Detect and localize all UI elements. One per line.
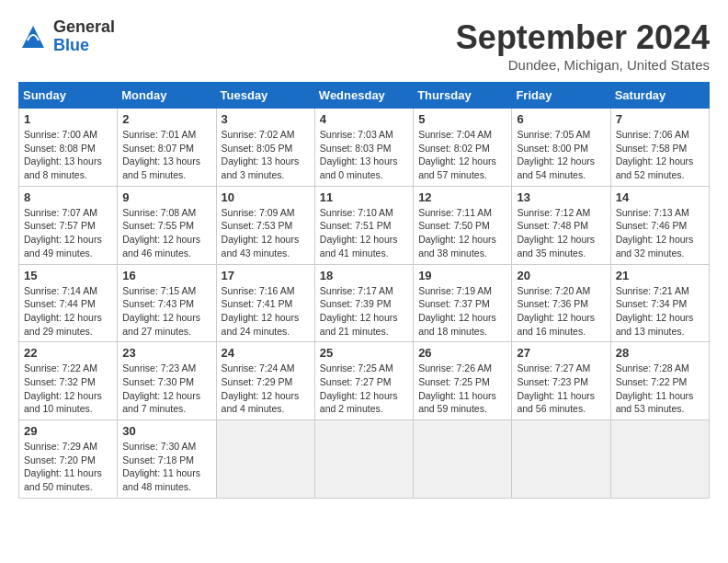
daylight-label: Daylight: 12 hours and 52 minutes. xyxy=(616,155,694,180)
day-number: 1 xyxy=(24,112,112,126)
calendar-day-cell: 18 Sunrise: 7:17 AM Sunset: 7:39 PM Dayl… xyxy=(314,264,413,342)
sunset-label: Sunset: 7:37 PM xyxy=(418,298,490,309)
sunrise-label: Sunrise: 7:07 AM xyxy=(24,207,97,218)
sunrise-label: Sunrise: 7:26 AM xyxy=(418,362,492,373)
calendar-day-cell: 1 Sunrise: 7:00 AM Sunset: 8:08 PM Dayli… xyxy=(19,109,118,187)
sunrise-label: Sunrise: 7:24 AM xyxy=(222,362,295,373)
calendar-header-saturday: Saturday xyxy=(610,83,709,109)
sunset-label: Sunset: 8:03 PM xyxy=(320,143,392,154)
calendar-day-cell: 22 Sunrise: 7:22 AM Sunset: 7:32 PM Dayl… xyxy=(19,342,118,420)
day-info: Sunrise: 7:11 AM Sunset: 7:50 PM Dayligh… xyxy=(418,206,506,260)
calendar-day-cell: 25 Sunrise: 7:25 AM Sunset: 7:27 PM Dayl… xyxy=(314,342,413,420)
sunrise-label: Sunrise: 7:01 AM xyxy=(122,129,196,140)
calendar-header-friday: Friday xyxy=(512,83,610,109)
sunrise-label: Sunrise: 7:15 AM xyxy=(122,285,196,296)
sunset-label: Sunset: 7:43 PM xyxy=(122,298,194,309)
day-info: Sunrise: 7:23 AM Sunset: 7:30 PM Dayligh… xyxy=(122,362,210,416)
title-block: September 2024 Dundee, Michigan, United … xyxy=(456,18,710,73)
daylight-label: Daylight: 12 hours and 49 minutes. xyxy=(24,234,102,259)
daylight-label: Daylight: 12 hours and 4 minutes. xyxy=(222,390,300,415)
daylight-label: Daylight: 12 hours and 35 minutes. xyxy=(517,234,595,259)
day-info: Sunrise: 7:22 AM Sunset: 7:32 PM Dayligh… xyxy=(24,362,112,416)
logo: General Blue xyxy=(18,18,115,55)
day-info: Sunrise: 7:09 AM Sunset: 7:53 PM Dayligh… xyxy=(222,206,310,260)
day-number: 13 xyxy=(517,190,605,204)
calendar-day-cell: 29 Sunrise: 7:29 AM Sunset: 7:20 PM Dayl… xyxy=(19,420,118,499)
day-number: 14 xyxy=(616,190,704,204)
sunrise-label: Sunrise: 7:05 AM xyxy=(517,129,590,140)
day-number: 11 xyxy=(320,190,408,204)
day-info: Sunrise: 7:27 AM Sunset: 7:23 PM Dayligh… xyxy=(517,362,605,416)
calendar-day-cell xyxy=(414,420,512,499)
daylight-label: Daylight: 11 hours and 50 minutes. xyxy=(24,467,102,492)
day-info: Sunrise: 7:25 AM Sunset: 7:27 PM Dayligh… xyxy=(320,362,408,416)
sunset-label: Sunset: 7:41 PM xyxy=(222,298,293,309)
daylight-label: Daylight: 12 hours and 54 minutes. xyxy=(517,155,595,180)
logo-text: General Blue xyxy=(53,18,115,55)
calendar-day-cell: 10 Sunrise: 7:09 AM Sunset: 7:53 PM Dayl… xyxy=(216,186,314,264)
calendar-day-cell xyxy=(216,420,314,499)
sunrise-label: Sunrise: 7:27 AM xyxy=(517,362,590,373)
sunset-label: Sunset: 7:46 PM xyxy=(616,220,688,231)
sunrise-label: Sunrise: 7:30 AM xyxy=(122,441,196,452)
day-number: 16 xyxy=(122,269,210,282)
sunrise-label: Sunrise: 7:10 AM xyxy=(320,207,393,218)
day-info: Sunrise: 7:21 AM Sunset: 7:34 PM Dayligh… xyxy=(616,284,704,339)
calendar-header-sunday: Sunday xyxy=(19,83,118,109)
sunrise-label: Sunrise: 7:09 AM xyxy=(222,207,295,218)
day-number: 20 xyxy=(517,269,605,282)
calendar-day-cell: 7 Sunrise: 7:06 AM Sunset: 7:58 PM Dayli… xyxy=(610,109,709,187)
daylight-label: Daylight: 11 hours and 59 minutes. xyxy=(418,390,496,415)
calendar-week-row: 29 Sunrise: 7:29 AM Sunset: 7:20 PM Dayl… xyxy=(19,420,710,499)
calendar-header-wednesday: Wednesday xyxy=(314,83,413,109)
sunrise-label: Sunrise: 7:29 AM xyxy=(24,441,97,452)
daylight-label: Daylight: 13 hours and 0 minutes. xyxy=(320,155,398,180)
day-number: 8 xyxy=(24,190,112,204)
daylight-label: Daylight: 12 hours and 29 minutes. xyxy=(24,312,102,337)
day-info: Sunrise: 7:20 AM Sunset: 7:36 PM Dayligh… xyxy=(517,284,605,339)
sunset-label: Sunset: 7:25 PM xyxy=(418,376,490,387)
day-number: 6 xyxy=(517,112,605,126)
sunset-label: Sunset: 7:32 PM xyxy=(24,376,96,387)
day-number: 4 xyxy=(320,112,408,126)
sunrise-label: Sunrise: 7:28 AM xyxy=(616,362,689,373)
calendar-day-cell: 12 Sunrise: 7:11 AM Sunset: 7:50 PM Dayl… xyxy=(414,186,512,264)
day-number: 12 xyxy=(418,190,506,204)
sunrise-label: Sunrise: 7:20 AM xyxy=(517,285,590,296)
daylight-label: Daylight: 13 hours and 3 minutes. xyxy=(222,155,300,180)
calendar-day-cell: 30 Sunrise: 7:30 AM Sunset: 7:18 PM Dayl… xyxy=(118,420,216,499)
sunrise-label: Sunrise: 7:22 AM xyxy=(24,362,97,373)
sunrise-label: Sunrise: 7:23 AM xyxy=(122,362,196,373)
day-number: 15 xyxy=(24,269,112,282)
sunset-label: Sunset: 7:58 PM xyxy=(616,143,688,154)
sunrise-label: Sunrise: 7:08 AM xyxy=(122,207,196,218)
daylight-label: Daylight: 12 hours and 10 minutes. xyxy=(24,390,102,415)
day-info: Sunrise: 7:14 AM Sunset: 7:44 PM Dayligh… xyxy=(24,284,112,339)
day-number: 29 xyxy=(24,424,112,438)
day-number: 21 xyxy=(616,269,704,282)
sunset-label: Sunset: 7:44 PM xyxy=(24,298,96,309)
sunrise-label: Sunrise: 7:02 AM xyxy=(222,129,295,140)
daylight-label: Daylight: 11 hours and 56 minutes. xyxy=(517,390,595,415)
daylight-label: Daylight: 12 hours and 7 minutes. xyxy=(122,390,200,415)
calendar-day-cell: 28 Sunrise: 7:28 AM Sunset: 7:22 PM Dayl… xyxy=(610,342,709,420)
logo-icon xyxy=(18,22,48,52)
day-info: Sunrise: 7:00 AM Sunset: 8:08 PM Dayligh… xyxy=(24,128,112,182)
day-info: Sunrise: 7:16 AM Sunset: 7:41 PM Dayligh… xyxy=(222,284,310,339)
day-number: 9 xyxy=(122,190,210,204)
sunset-label: Sunset: 7:51 PM xyxy=(320,220,392,231)
daylight-label: Daylight: 12 hours and 13 minutes. xyxy=(616,312,694,337)
day-number: 27 xyxy=(517,346,605,360)
day-info: Sunrise: 7:07 AM Sunset: 7:57 PM Dayligh… xyxy=(24,206,112,260)
daylight-label: Daylight: 12 hours and 38 minutes. xyxy=(418,234,496,259)
day-number: 5 xyxy=(418,112,506,126)
svg-marker-0 xyxy=(22,26,44,48)
sunset-label: Sunset: 8:07 PM xyxy=(122,143,194,154)
sunrise-label: Sunrise: 7:13 AM xyxy=(616,207,689,218)
day-info: Sunrise: 7:05 AM Sunset: 8:00 PM Dayligh… xyxy=(517,128,605,182)
day-number: 25 xyxy=(320,346,408,360)
day-number: 23 xyxy=(122,346,210,360)
day-info: Sunrise: 7:06 AM Sunset: 7:58 PM Dayligh… xyxy=(616,128,704,182)
page-header: General Blue September 2024 Dundee, Mich… xyxy=(18,18,710,73)
day-info: Sunrise: 7:19 AM Sunset: 7:37 PM Dayligh… xyxy=(418,284,506,339)
